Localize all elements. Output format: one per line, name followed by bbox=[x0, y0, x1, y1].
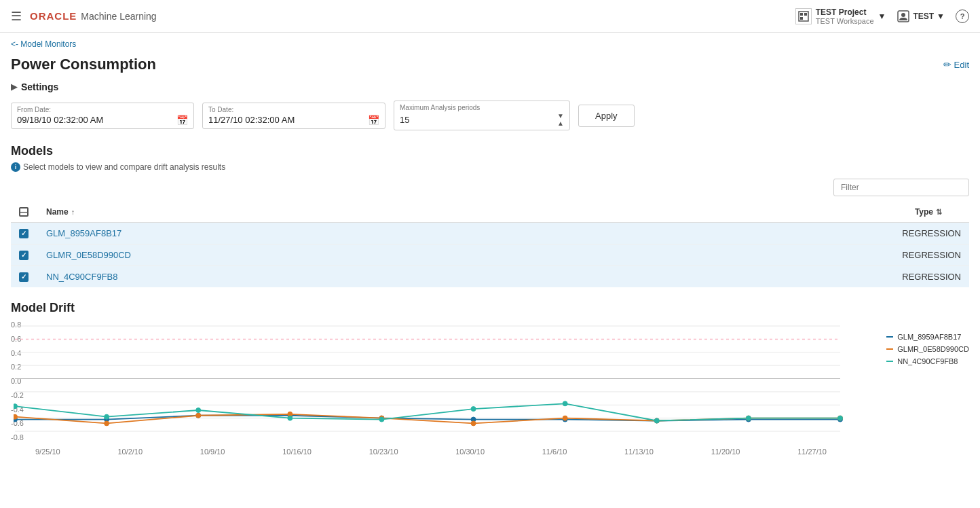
name-sort-icon: ↑ bbox=[71, 208, 75, 216]
user-icon bbox=[897, 10, 910, 23]
svg-point-35 bbox=[14, 404, 18, 409]
svg-point-31 bbox=[563, 416, 567, 420]
models-section: Models i Select models to view and compa… bbox=[11, 144, 969, 287]
drift-chart-svg bbox=[14, 319, 847, 445]
row-checkbox-cell[interactable]: ✓ bbox=[11, 266, 38, 288]
oracle-wordmark: ORACLE bbox=[30, 10, 77, 22]
x-axis-label: 11/27/10 bbox=[797, 448, 827, 456]
header-left: ☰ ORACLE Machine Learning bbox=[11, 9, 157, 24]
period-up-arrow-icon[interactable]: ▲ bbox=[557, 120, 564, 127]
edit-button[interactable]: ✏ Edit bbox=[943, 59, 969, 70]
period-down-arrow-icon[interactable]: ▼ bbox=[557, 113, 564, 120]
models-hint-text: Select models to view and compare drift … bbox=[23, 162, 225, 172]
type-column-header[interactable]: Type ⇅ bbox=[572, 202, 969, 223]
row-checkbox-cell[interactable]: ✓ bbox=[11, 244, 38, 266]
period-inner: 15 ▼ ▲ bbox=[400, 113, 564, 127]
select-all-checkbox[interactable]: — bbox=[19, 207, 29, 217]
svg-rect-3 bbox=[800, 17, 803, 20]
filter-input[interactable] bbox=[833, 179, 969, 196]
model-type-cell: REGRESSION bbox=[572, 244, 969, 266]
models-hint: i Select models to view and compare drif… bbox=[11, 162, 969, 172]
user-dropdown-icon[interactable]: ▼ bbox=[937, 12, 945, 21]
model-name-cell: GLM_8959AF8B17 bbox=[38, 223, 572, 244]
legend-label: GLM_8959AF8B17 bbox=[897, 333, 961, 341]
check-mark-icon: ✓ bbox=[21, 230, 26, 237]
to-date-label: To Date: bbox=[208, 106, 379, 113]
row-checkbox[interactable]: ✓ bbox=[19, 272, 29, 282]
filter-row bbox=[11, 179, 969, 196]
page-title-row: Power Consumption ✏ Edit bbox=[11, 56, 969, 73]
settings-section: ▶ Settings From Date: 09/18/10 02:32:00 … bbox=[11, 81, 969, 130]
to-date-calendar-icon[interactable]: 📅 bbox=[368, 115, 379, 126]
svg-point-27 bbox=[196, 413, 201, 418]
from-date-inner: 09/18/10 02:32:00 AM 📅 bbox=[17, 115, 188, 126]
x-axis-label: 10/30/10 bbox=[455, 448, 485, 456]
settings-toggle[interactable]: ▶ Settings bbox=[11, 81, 969, 92]
period-select[interactable]: Maximum Analysis periods 15 ▼ ▲ bbox=[394, 101, 570, 130]
project-info[interactable]: TEST Project TEST Workspace ▼ bbox=[795, 7, 886, 25]
help-button[interactable]: ? bbox=[956, 10, 969, 23]
svg-point-26 bbox=[105, 421, 109, 426]
pencil-icon: ✏ bbox=[943, 59, 951, 70]
model-name-link[interactable]: GLMR_0E58D990CD bbox=[46, 250, 131, 260]
x-axis-label: 10/23/10 bbox=[369, 448, 398, 456]
svg-point-43 bbox=[746, 416, 751, 420]
chart-legend: GLM_8959AF8B17GLMR_0E58D990CDNN_4C90CF9F… bbox=[886, 333, 969, 365]
x-axis-label: 10/2/10 bbox=[117, 448, 143, 456]
apply-button[interactable]: Apply bbox=[578, 105, 635, 127]
select-all-header[interactable]: — bbox=[11, 202, 38, 223]
x-axis-label: 11/13/10 bbox=[624, 448, 654, 456]
breadcrumb[interactable]: <- Model Monitors bbox=[0, 33, 980, 56]
svg-point-38 bbox=[288, 416, 293, 420]
from-date-field[interactable]: From Date: 09/18/10 02:32:00 AM 📅 bbox=[11, 103, 194, 129]
period-label: Maximum Analysis periods bbox=[400, 104, 564, 111]
x-axis-labels: 9/25/1010/2/1010/9/1010/16/1010/23/1010/… bbox=[35, 448, 969, 456]
to-date-field[interactable]: To Date: 11/27/10 02:32:00 AM 📅 bbox=[202, 103, 385, 129]
settings-controls: From Date: 09/18/10 02:32:00 AM 📅 To Dat… bbox=[11, 101, 969, 130]
name-sort: Name ↑ bbox=[46, 207, 564, 217]
model-name-link[interactable]: GLM_8959AF8B17 bbox=[46, 228, 121, 238]
svg-rect-2 bbox=[804, 13, 807, 16]
row-checkbox-cell[interactable]: ✓ bbox=[11, 223, 38, 244]
settings-chevron-icon: ▶ bbox=[11, 82, 17, 92]
info-icon: i bbox=[11, 162, 20, 172]
oracle-logo: ORACLE Machine Learning bbox=[30, 10, 157, 22]
row-checkbox[interactable]: ✓ bbox=[19, 229, 29, 238]
settings-toggle-label: Settings bbox=[21, 81, 58, 92]
svg-rect-1 bbox=[800, 13, 803, 16]
model-type-cell: REGRESSION bbox=[572, 266, 969, 288]
name-column-header[interactable]: Name ↑ bbox=[38, 202, 572, 223]
models-table-body: ✓ GLM_8959AF8B17 REGRESSION ✓ GLMR_0E58D… bbox=[11, 223, 969, 288]
project-text: TEST Project TEST Workspace bbox=[816, 7, 874, 25]
svg-point-39 bbox=[379, 417, 384, 422]
header-right: TEST Project TEST Workspace ▼ TEST ▼ ? bbox=[795, 7, 969, 25]
x-axis-label: 9/25/10 bbox=[35, 448, 60, 456]
chart-area: GLM_8959AF8B17GLMR_0E58D990CDNN_4C90CF9F… bbox=[14, 319, 969, 445]
from-date-value: 09/18/10 02:32:00 AM bbox=[17, 115, 103, 125]
name-header-label: Name bbox=[46, 207, 69, 217]
from-date-calendar-icon[interactable]: 📅 bbox=[176, 115, 188, 126]
model-name-cell: NN_4C90CF9FB8 bbox=[38, 266, 572, 288]
svg-point-37 bbox=[196, 408, 201, 413]
check-mark-icon: ✓ bbox=[21, 273, 26, 280]
check-mark-icon: ✓ bbox=[21, 251, 26, 259]
model-type-cell: REGRESSION bbox=[572, 223, 969, 244]
row-checkbox[interactable]: ✓ bbox=[19, 251, 29, 260]
drift-section-title: Model Drift bbox=[11, 301, 969, 315]
to-date-value: 11/27/10 02:32:00 AM bbox=[208, 115, 295, 125]
user-info[interactable]: TEST ▼ bbox=[897, 10, 945, 23]
models-header-row: — Name ↑ Type ⇅ bbox=[11, 202, 969, 223]
to-date-inner: 11/27/10 02:32:00 AM 📅 bbox=[208, 115, 379, 126]
hamburger-menu[interactable]: ☰ bbox=[11, 9, 22, 24]
svg-point-36 bbox=[105, 414, 109, 419]
x-axis-label: 11/20/10 bbox=[711, 448, 740, 456]
project-icon bbox=[795, 8, 812, 24]
legend-dot bbox=[886, 361, 893, 362]
svg-point-5 bbox=[901, 13, 905, 17]
svg-point-44 bbox=[838, 416, 843, 420]
svg-point-25 bbox=[14, 414, 18, 419]
edit-label: Edit bbox=[954, 60, 969, 70]
type-header-label: Type bbox=[915, 207, 933, 217]
project-dropdown-icon[interactable]: ▼ bbox=[878, 12, 886, 21]
model-name-link[interactable]: NN_4C90CF9FB8 bbox=[46, 272, 118, 282]
